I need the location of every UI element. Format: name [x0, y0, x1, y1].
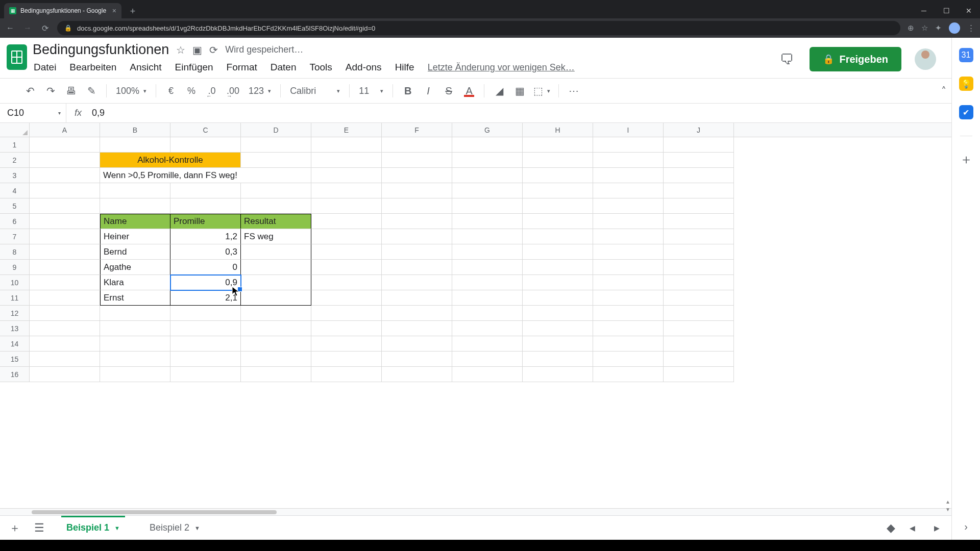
- star-icon[interactable]: ☆: [176, 44, 185, 56]
- cell-name[interactable]: Agathe: [100, 260, 170, 275]
- horizontal-scrollbar[interactable]: [0, 508, 951, 515]
- row-header[interactable]: 8: [0, 244, 30, 260]
- sheet-tab-2[interactable]: Beispiel 2 ▼: [139, 516, 210, 540]
- cell[interactable]: [523, 137, 593, 153]
- cell[interactable]: [382, 198, 452, 214]
- col-header-C[interactable]: C: [170, 123, 241, 137]
- row-header[interactable]: 3: [0, 168, 30, 183]
- get-addons-icon[interactable]: ＋: [960, 151, 973, 168]
- chrome-menu-icon[interactable]: ⋮: [967, 23, 975, 33]
- merge-cells-button[interactable]: ⬚: [531, 82, 552, 99]
- cell[interactable]: [593, 214, 664, 229]
- cell-promille[interactable]: 0,3: [170, 244, 241, 260]
- tasks-icon[interactable]: ✔: [959, 105, 973, 119]
- col-header-B[interactable]: B: [100, 123, 170, 137]
- cell[interactable]: [100, 198, 170, 214]
- col-header-G[interactable]: G: [452, 123, 523, 137]
- number-format-select[interactable]: 123: [246, 82, 274, 99]
- cell-promille[interactable]: 1,2: [170, 229, 241, 244]
- cell[interactable]: [452, 244, 523, 260]
- calendar-icon[interactable]: 31: [959, 48, 973, 62]
- cell[interactable]: [311, 198, 382, 214]
- cell[interactable]: [311, 260, 382, 275]
- cell[interactable]: [523, 214, 593, 229]
- cell[interactable]: [523, 352, 593, 367]
- sheets-logo-icon[interactable]: [4, 42, 30, 72]
- cell[interactable]: [382, 244, 452, 260]
- window-close-icon[interactable]: ✕: [958, 3, 980, 18]
- borders-button[interactable]: ▦: [511, 82, 528, 99]
- cell[interactable]: [241, 153, 311, 168]
- scroll-up-icon[interactable]: ▲: [945, 499, 950, 505]
- text-color-button[interactable]: A: [460, 82, 478, 99]
- cell[interactable]: [593, 153, 664, 168]
- selected-cell[interactable]: 0,9: [170, 275, 241, 290]
- menu-view[interactable]: Ansicht: [130, 62, 161, 73]
- profile-avatar-icon[interactable]: [949, 22, 960, 34]
- col-header-D[interactable]: D: [241, 123, 311, 137]
- cell-name[interactable]: Bernd: [100, 244, 170, 260]
- cell[interactable]: [382, 321, 452, 336]
- cell[interactable]: [452, 137, 523, 153]
- format-percent-button[interactable]: %: [183, 82, 200, 99]
- cell[interactable]: [664, 153, 734, 168]
- row-header[interactable]: 11: [0, 290, 30, 306]
- fill-color-button[interactable]: ◢: [491, 82, 508, 99]
- cell[interactable]: [30, 214, 100, 229]
- cell[interactable]: [593, 290, 664, 306]
- cell[interactable]: [30, 306, 100, 321]
- cell[interactable]: [523, 229, 593, 244]
- cell[interactable]: [523, 290, 593, 306]
- cell[interactable]: [241, 367, 311, 382]
- cell[interactable]: [593, 367, 664, 382]
- cell[interactable]: [382, 367, 452, 382]
- row-header[interactable]: 1: [0, 137, 30, 153]
- cell[interactable]: [593, 244, 664, 260]
- cell[interactable]: [452, 290, 523, 306]
- scroll-down-icon[interactable]: ▼: [945, 507, 950, 512]
- cell[interactable]: [170, 367, 241, 382]
- row-header[interactable]: 4: [0, 183, 30, 198]
- cell[interactable]: [664, 244, 734, 260]
- title-cell[interactable]: Alkohol-Kontrolle: [100, 153, 241, 168]
- cell-promille[interactable]: 0: [170, 260, 241, 275]
- cell[interactable]: [664, 137, 734, 153]
- row-header[interactable]: 9: [0, 260, 30, 275]
- cell[interactable]: [664, 367, 734, 382]
- cell[interactable]: [100, 336, 170, 352]
- move-icon[interactable]: ▣: [192, 44, 202, 56]
- new-tab-button[interactable]: +: [126, 4, 140, 18]
- cell-name[interactable]: Ernst: [100, 290, 170, 306]
- cell-promille[interactable]: 2,1: [170, 290, 241, 306]
- menu-help[interactable]: Hilfe: [395, 62, 414, 73]
- cell[interactable]: [452, 168, 523, 183]
- cell-resultat[interactable]: [241, 244, 311, 260]
- cell[interactable]: [311, 336, 382, 352]
- cell[interactable]: [664, 275, 734, 290]
- cell[interactable]: [593, 229, 664, 244]
- cell[interactable]: [170, 321, 241, 336]
- menu-insert[interactable]: Einfügen: [175, 62, 213, 73]
- cell[interactable]: [382, 153, 452, 168]
- print-button[interactable]: 🖶: [62, 82, 80, 99]
- strikethrough-button[interactable]: S: [440, 82, 457, 99]
- row-header[interactable]: 10: [0, 275, 30, 290]
- cell[interactable]: [241, 306, 311, 321]
- cell[interactable]: [311, 183, 382, 198]
- cell[interactable]: [382, 306, 452, 321]
- zoom-select[interactable]: 100%: [113, 82, 150, 99]
- cell[interactable]: [523, 367, 593, 382]
- row-header[interactable]: 2: [0, 153, 30, 168]
- cell[interactable]: [452, 275, 523, 290]
- cell[interactable]: [452, 214, 523, 229]
- cell[interactable]: [100, 306, 170, 321]
- keep-icon[interactable]: 💡: [959, 77, 973, 91]
- cell[interactable]: [593, 321, 664, 336]
- cell[interactable]: [382, 183, 452, 198]
- cell[interactable]: [100, 183, 170, 198]
- cell[interactable]: [523, 321, 593, 336]
- cell[interactable]: [311, 306, 382, 321]
- bold-button[interactable]: B: [399, 82, 416, 99]
- close-tab-icon[interactable]: ×: [112, 7, 116, 15]
- subtitle-cell[interactable]: Wenn >0,5 Promille, dann FS weg!: [100, 168, 311, 183]
